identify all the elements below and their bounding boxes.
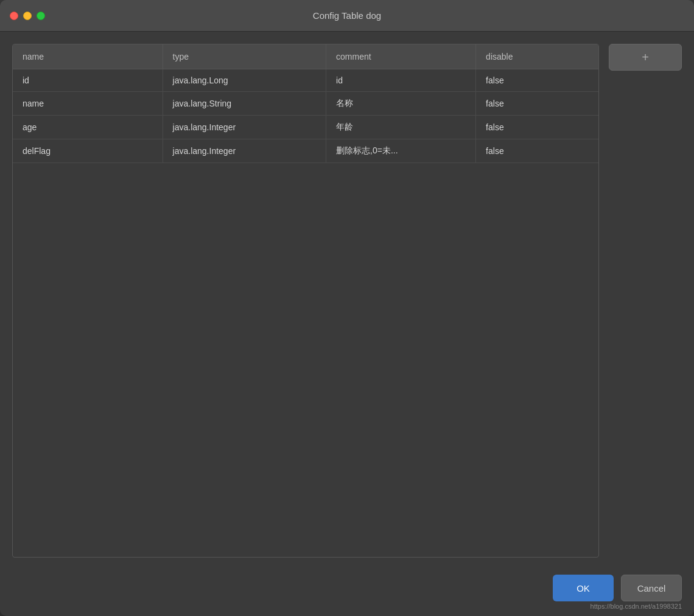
footer: OK Cancel https://blog.csdn.net/a1998321 (12, 567, 682, 604)
cell-disable-1: false (476, 92, 598, 116)
cancel-button[interactable]: Cancel (621, 575, 682, 601)
config-table: name type comment disable idjava.lang.Lo… (13, 44, 598, 163)
add-button[interactable]: + (609, 44, 682, 71)
table-row[interactable]: namejava.lang.String名称false (13, 92, 598, 116)
cell-comment-0: id (326, 69, 476, 92)
table-row[interactable]: idjava.lang.Longidfalse (13, 69, 598, 92)
table-row[interactable]: delFlagjava.lang.Integer删除标志,0=未...false (13, 139, 598, 163)
cell-disable-3: false (476, 139, 598, 163)
cell-disable-2: false (476, 116, 598, 139)
col-header-comment: comment (326, 44, 476, 69)
cell-name-2: age (13, 116, 163, 139)
table-row[interactable]: agejava.lang.Integer年龄false (13, 116, 598, 139)
cell-comment-2: 年龄 (326, 116, 476, 139)
close-button[interactable] (10, 12, 18, 20)
cell-comment-3: 删除标志,0=未... (326, 139, 476, 163)
cell-type-3: java.lang.Integer (163, 139, 326, 163)
content-area: name type comment disable idjava.lang.Lo… (0, 32, 694, 616)
main-area: name type comment disable idjava.lang.Lo… (12, 44, 682, 558)
cell-type-0: java.lang.Long (163, 69, 326, 92)
cell-comment-1: 名称 (326, 92, 476, 116)
cell-disable-0: false (476, 69, 598, 92)
cell-name-0: id (13, 69, 163, 92)
titlebar: Config Table dog (0, 0, 694, 32)
table-header-row: name type comment disable (13, 44, 598, 69)
col-header-type: type (163, 44, 326, 69)
cell-type-2: java.lang.Integer (163, 116, 326, 139)
traffic-lights (10, 12, 45, 20)
col-header-disable: disable (476, 44, 598, 69)
minimize-button[interactable] (23, 12, 32, 20)
cell-type-1: java.lang.String (163, 92, 326, 116)
table-container: name type comment disable idjava.lang.Lo… (12, 44, 599, 558)
maximize-button[interactable] (37, 12, 45, 20)
ok-button[interactable]: OK (553, 575, 614, 601)
window-title: Config Table dog (313, 10, 381, 21)
sidebar: + (609, 44, 682, 558)
watermark: https://blog.csdn.net/a1998321 (591, 603, 682, 610)
table-body: idjava.lang.Longidfalsenamejava.lang.Str… (13, 69, 598, 163)
cell-name-1: name (13, 92, 163, 116)
cell-name-3: delFlag (13, 139, 163, 163)
main-window: Config Table dog name type comment disab… (0, 0, 694, 616)
col-header-name: name (13, 44, 163, 69)
